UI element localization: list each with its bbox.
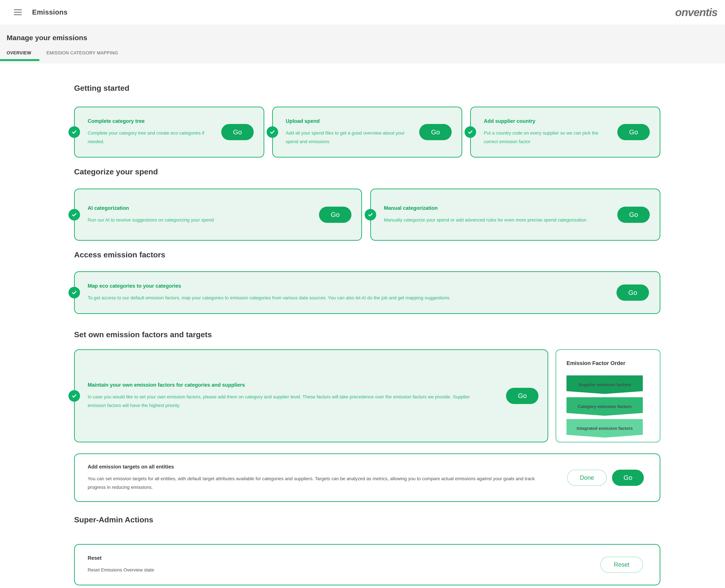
card-manual-categorization: Manual categorization Manually categoriz… bbox=[370, 189, 660, 241]
card-description: Complete your category tree and create e… bbox=[88, 129, 216, 146]
check-circle-icon bbox=[68, 209, 80, 220]
hamburger-menu-icon[interactable] bbox=[14, 9, 22, 15]
check-circle-icon bbox=[464, 126, 476, 138]
card-title: Add emission targets on all entities bbox=[88, 464, 551, 470]
emission-targets-row: Add emission targets on all entities You… bbox=[74, 454, 660, 502]
section-heading-getting-started: Getting started bbox=[74, 83, 660, 93]
card-title: Map eco categories to your categories bbox=[88, 283, 605, 289]
go-button-add-supplier-country[interactable]: Go bbox=[617, 124, 650, 140]
card-title: Maintain your own emission factors for c… bbox=[88, 382, 475, 388]
check-circle-icon bbox=[267, 126, 278, 138]
go-button-emission-targets[interactable]: Go bbox=[612, 470, 644, 486]
card-title: Reset bbox=[88, 555, 577, 561]
card-description: You can set emission targets for all ent… bbox=[88, 475, 551, 491]
main-content: Getting started Complete category tree C… bbox=[0, 83, 725, 585]
section-heading-super-admin: Super-Admin Actions bbox=[74, 515, 660, 524]
panel-title: Emission Factor Order bbox=[566, 360, 660, 366]
tab-bar: OVERVIEW EMISSION CATEGORY MAPPING bbox=[7, 50, 718, 61]
emission-factor-order-panel: Emission Factor Order Supplier emission … bbox=[556, 349, 660, 442]
super-admin-row: Reset Reset Emissions Overview state Res… bbox=[74, 544, 660, 585]
go-button-map-eco-categories[interactable]: Go bbox=[617, 285, 649, 301]
card-description: Put a country code on every supplier so … bbox=[484, 129, 612, 146]
card-upload-spend: Upload spend Add all your spend files to… bbox=[272, 107, 462, 158]
section-heading-access-emission-factors: Access emission factors bbox=[74, 250, 660, 259]
getting-started-cards: Complete category tree Complete your cat… bbox=[74, 107, 660, 158]
reset-button[interactable]: Reset bbox=[600, 556, 643, 573]
page-header: Manage your emissions OVERVIEW EMISSION … bbox=[0, 24, 725, 63]
card-description: Reset Emissions Overview state bbox=[88, 566, 577, 574]
go-button-upload-spend[interactable]: Go bbox=[419, 124, 452, 140]
card-title: Add supplier country bbox=[484, 118, 612, 124]
check-circle-icon bbox=[68, 287, 80, 298]
card-description: In case you would like to set your own e… bbox=[88, 393, 475, 410]
card-title: Complete category tree bbox=[88, 118, 216, 124]
page-title: Manage your emissions bbox=[7, 34, 718, 42]
section-heading-categorize: Categorize your spend bbox=[74, 167, 660, 176]
tab-overview[interactable]: OVERVIEW bbox=[7, 50, 31, 61]
tab-emission-category-mapping[interactable]: EMISSION CATEGORY MAPPING bbox=[46, 50, 118, 61]
go-button-manual-categorization[interactable]: Go bbox=[617, 207, 650, 223]
card-reset: Reset Reset Emissions Overview state Res… bbox=[74, 544, 660, 585]
card-description: To get access to our default emission fa… bbox=[88, 294, 605, 302]
card-description: Run our AI to receive suggestions on cat… bbox=[88, 216, 313, 224]
card-add-supplier-country: Add supplier country Put a country code … bbox=[470, 107, 660, 158]
factor-order-list: Supplier emission factors Category emiss… bbox=[566, 375, 643, 438]
card-map-eco-categories: Map eco categories to your categories To… bbox=[74, 271, 660, 314]
card-description: Manually categorize your spend or add ad… bbox=[384, 216, 612, 224]
go-button-ai-categorization[interactable]: Go bbox=[319, 207, 351, 223]
top-bar: Emissions onventis bbox=[0, 0, 725, 24]
done-button[interactable]: Done bbox=[567, 470, 607, 486]
card-title: Manual categorization bbox=[384, 205, 612, 211]
card-complete-category-tree: Complete category tree Complete your cat… bbox=[74, 107, 264, 158]
card-add-emission-targets: Add emission targets on all entities You… bbox=[74, 454, 660, 502]
check-circle-icon bbox=[68, 390, 80, 402]
categorize-cards: AI categorization Run our AI to receive … bbox=[74, 189, 660, 241]
check-circle-icon bbox=[68, 126, 80, 138]
set-own-factors-row: Maintain your own emission factors for c… bbox=[74, 349, 660, 442]
app-title: Emissions bbox=[32, 8, 68, 16]
go-button-complete-category-tree[interactable]: Go bbox=[221, 124, 254, 140]
onventis-logo: onventis bbox=[675, 6, 718, 19]
factor-order-item-supplier: Supplier emission factors bbox=[566, 375, 643, 394]
section-heading-set-own-factors: Set own emission factors and targets bbox=[74, 330, 660, 339]
factor-order-item-category: Category emission factors bbox=[566, 397, 643, 416]
access-emission-factors-row: Map eco categories to your categories To… bbox=[74, 271, 660, 314]
check-circle-icon bbox=[365, 209, 376, 220]
card-title: Upload spend bbox=[286, 118, 414, 124]
card-title: AI categorization bbox=[88, 205, 313, 211]
factor-order-item-integrated: Integrated emission factors bbox=[566, 419, 643, 438]
card-maintain-own-emission-factors: Maintain your own emission factors for c… bbox=[74, 349, 548, 442]
card-ai-categorization: AI categorization Run our AI to receive … bbox=[74, 189, 362, 241]
card-description: Add all your spend files to get a good o… bbox=[286, 129, 414, 146]
go-button-maintain-own-factors[interactable]: Go bbox=[506, 388, 538, 404]
